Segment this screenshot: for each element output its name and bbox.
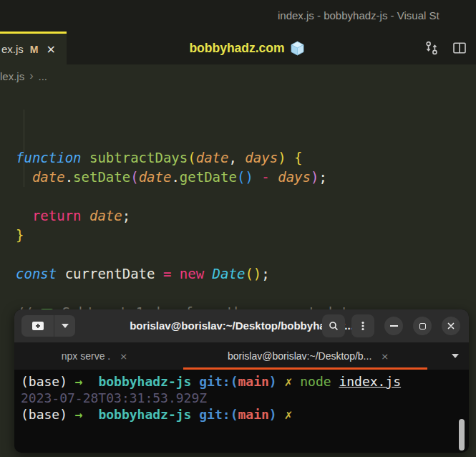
maximize-icon [419,323,426,329]
vscode-titlebar: index.js - bobbyhadz-js - Visual St [0,0,476,32]
breadcrumb-file[interactable]: lex.js [0,70,24,82]
menu-button[interactable] [351,314,374,337]
tab-index-js[interactable]: ex.js M × [0,32,67,64]
text-line [16,245,476,264]
terminal-tab-npx-serve[interactable]: npx serve . × [14,342,175,370]
text-line: (base) → bobbyhadz-js git:(main) ✗ [21,406,469,423]
text-line: function subtractDays(date, days) { [16,148,476,168]
window-title: index.js - bobbyhadz-js - Visual St [278,0,439,32]
compare-changes-icon[interactable] [424,41,439,55]
terminal-scrollbar-thumb[interactable] [459,419,465,451]
terminal-tabs-dropdown-button[interactable] [442,342,469,370]
indent-guide [24,110,24,187]
ice-cube-icon [291,41,304,56]
text-line: const currentDate = new Date(); [16,264,476,284]
terminal-output[interactable]: (base) → bobbyhadz-js git:(main) ✗ node … [14,370,469,453]
terminal-title: borislav@borislav:~/Desktop/bobbyhadz-r.… [130,309,354,342]
kebab-menu-icon [357,320,369,332]
breadcrumb-separator-icon: › [29,69,33,82]
chevron-down-icon [62,324,69,328]
terminal-tab-close-icon[interactable]: × [381,351,389,362]
terminal-tab-borislav[interactable]: borislav@borislav:~/Desktop/b... × [175,342,442,370]
text-line [16,187,476,206]
vscode-window: index.js - bobbyhadz-js - Visual St bobb… [0,0,476,457]
text-line [16,284,476,303]
split-editor-icon[interactable] [452,41,467,55]
text-line: date.setDate(date.getDate() - days); [16,168,476,187]
terminal-tab-label: borislav@borislav:~/Desktop/b... [228,350,371,362]
chevron-down-icon [452,354,459,358]
minimize-icon [390,325,398,327]
center-watermark-text: bobbyhadz.com [189,41,284,56]
modified-badge: M [30,44,39,55]
center-watermark: bobbyhadz.com [17,32,476,64]
text-line: 2023-07-28T03:31:53.929Z [21,390,469,406]
tab-close-icon[interactable]: × [47,42,56,56]
breadcrumb-more[interactable]: ... [39,70,48,82]
new-tab-dropdown-button[interactable] [54,315,75,337]
maximize-button[interactable] [413,317,432,335]
search-button[interactable] [322,314,345,337]
tab-label: ex.js [1,43,24,55]
close-button[interactable] [442,317,460,335]
text-line: (base) → bobbyhadz-js git:(main) ✗ node … [21,373,469,390]
new-terminal-tab-icon [31,320,44,332]
search-icon [328,320,339,332]
terminal-tab-close-icon[interactable]: × [120,351,127,362]
terminal-titlebar: borislav@borislav:~/Desktop/bobbyhadz-r.… [14,309,469,342]
text-line: return date; [16,206,476,226]
new-tab-button[interactable] [21,315,54,337]
editor-tabbar: bobbyhadz.com ex.js M × [0,32,476,64]
text-line: } [16,226,476,245]
breadcrumb[interactable]: lex.js › ... [0,64,47,87]
minimize-button[interactable] [384,317,403,335]
terminal-tabbar: npx serve . × borislav@borislav:~/Deskto… [14,342,469,370]
terminal-tab-label: npx serve . [62,350,110,362]
close-icon [447,322,455,330]
terminal-window: borislav@borislav:~/Desktop/bobbyhadz-r.… [14,309,469,453]
